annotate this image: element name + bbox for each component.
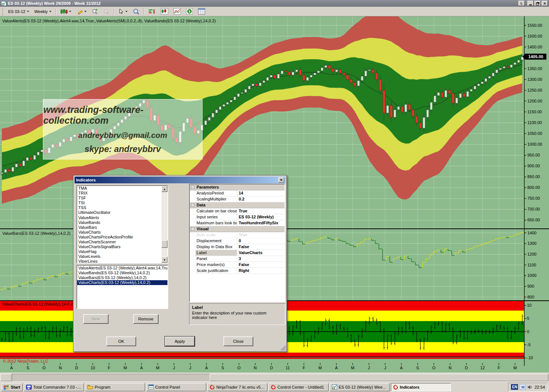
- chart-horizontal-scrollbar[interactable]: [0, 373, 549, 382]
- property-name[interactable]: Parameters: [195, 184, 285, 190]
- new-button[interactable]: New: [83, 314, 109, 324]
- property-row[interactable]: Scale justificationRight: [190, 268, 285, 274]
- property-row[interactable]: Price marker(s)False: [190, 262, 285, 268]
- property-name[interactable]: Label: [195, 250, 237, 256]
- property-value[interactable]: True: [237, 208, 285, 214]
- property-row[interactable]: Calculate on bar closeTrue: [190, 208, 285, 214]
- property-name[interactable]: Calculate on bar close: [195, 208, 237, 214]
- property-name[interactable]: ScalingMultiplier: [195, 196, 237, 202]
- minimize-button[interactable]: [527, 1, 534, 6]
- property-name[interactable]: AnalysisPeriod: [195, 190, 237, 196]
- property-row[interactable]: Displacement0: [190, 238, 285, 244]
- remove-button[interactable]: Remove: [133, 314, 159, 324]
- indicator-list-item[interactable]: ValueChartsScanner: [77, 240, 167, 244]
- indicator-list-item[interactable]: TSF: [77, 196, 167, 200]
- indicator-list-item[interactable]: ValueLevels: [77, 254, 167, 259]
- property-name[interactable]: Auto scale: [195, 232, 237, 238]
- close-dialog-button[interactable]: Close: [223, 336, 253, 346]
- property-category-row[interactable]: −Data: [190, 202, 285, 208]
- property-name[interactable]: Display in Data Box: [195, 244, 237, 250]
- property-row[interactable]: ScalingMultiplier0.2: [190, 196, 285, 202]
- property-value[interactable]: 0.2: [237, 196, 285, 202]
- configured-indicator-item[interactable]: ValueCharts(ES 03-12 (Weekly),14,0.2): [77, 280, 167, 285]
- property-row[interactable]: LabelValueCharts: [190, 250, 285, 256]
- restore-button[interactable]: [534, 1, 541, 6]
- window-titlebar[interactable]: ES 03-12 (Weekly) Week 29/2009 - Week 11…: [0, 0, 549, 7]
- collapse-icon[interactable]: −: [191, 227, 194, 231]
- indicator-list-item[interactable]: ValueFlag: [77, 249, 167, 254]
- indicator-list-item[interactable]: UltimateOscillator: [77, 210, 167, 215]
- instrument-selector[interactable]: ES 03-12: [6, 8, 32, 15]
- indicator-list-item[interactable]: ValueCharts: [77, 230, 167, 235]
- indicator-list-item[interactable]: TRIX: [77, 191, 167, 196]
- indicator-list-item[interactable]: ValueChartsSignalBars: [77, 244, 167, 249]
- zoom-in-button[interactable]: [89, 7, 101, 16]
- taskbar-button-program[interactable]: Program: [85, 383, 145, 391]
- line-chart-button[interactable]: [171, 7, 183, 16]
- property-row[interactable]: Input seriesES 03-12 (Weekly): [190, 214, 285, 220]
- property-value[interactable]: 3: [237, 256, 285, 262]
- chart-style-button[interactable]: [58, 7, 74, 16]
- start-button[interactable]: Start: [1, 383, 23, 391]
- cursor-tool-button[interactable]: [116, 7, 130, 16]
- configured-indicator-item[interactable]: ValueBands(ES 03-12 (Weekly),14,0.2): [77, 271, 167, 275]
- indicator-list-item[interactable]: TSI: [77, 200, 167, 205]
- dialog-close-button[interactable]: ✕: [278, 177, 284, 183]
- configured-indicators-list[interactable]: ValueAlerts(ES 03-12 (Weekly),Alert4.wav…: [76, 265, 168, 309]
- available-indicators-list[interactable]: TMATRIXTSFTSITSSUltimateOscillatorValueA…: [76, 185, 168, 263]
- property-category-row[interactable]: −Parameters: [190, 184, 285, 190]
- link-button[interactable]: L: [518, 1, 525, 6]
- indicators-dialog[interactable]: Indicators ✕ TMATRIXTSFTSITSSUltimateOsc…: [73, 175, 287, 352]
- data-box-button[interactable]: [130, 7, 142, 16]
- messenger-tray-icon[interactable]: M: [520, 384, 526, 390]
- zoom-out-button[interactable]: [101, 7, 112, 16]
- drawing-tools-button[interactable]: [74, 7, 89, 16]
- property-row[interactable]: Maximum bars look baTwoHundredFiftySix: [190, 220, 285, 226]
- property-name[interactable]: Data: [195, 202, 285, 208]
- chart-trader-button[interactable]: [158, 7, 171, 16]
- indicator-list-item[interactable]: TSS: [77, 205, 167, 210]
- language-indicator[interactable]: EN: [511, 384, 518, 390]
- property-value[interactable]: 0: [237, 238, 285, 244]
- scroll-up-button[interactable]: ▲: [161, 186, 167, 192]
- taskbar-button-control-center-untitled1[interactable]: Control Center - Untitled1: [269, 383, 329, 391]
- property-name[interactable]: Displacement: [195, 238, 237, 244]
- indicator-property-grid[interactable]: −ParametersAnalysisPeriod14ScalingMultip…: [189, 184, 285, 302]
- indicator-list-item[interactable]: TMA: [77, 186, 167, 191]
- indicator-list-item[interactable]: ValueBars: [77, 225, 167, 230]
- interval-selector[interactable]: Weekly: [32, 8, 54, 15]
- apply-button[interactable]: Apply: [165, 336, 195, 346]
- property-category-row[interactable]: −Visual: [190, 226, 285, 232]
- property-row[interactable]: Auto scaleTrue: [190, 232, 285, 238]
- list-scrollbar[interactable]: ▲ ▼: [161, 186, 167, 263]
- property-row[interactable]: Display in Data BoxFalse: [190, 244, 285, 250]
- ok-button[interactable]: OK: [106, 336, 136, 346]
- dialog-titlebar[interactable]: Indicators ✕: [75, 177, 286, 183]
- account-button[interactable]: $: [183, 7, 195, 16]
- taskbar-button-es-03-12-weekly-wee[interactable]: ES 03-12 (Weekly) Wee...: [330, 383, 390, 391]
- property-name[interactable]: Panel: [195, 256, 237, 262]
- property-name[interactable]: Input series: [195, 214, 237, 220]
- scroll-down-button[interactable]: ▼: [161, 257, 167, 263]
- property-row[interactable]: Panel3: [190, 256, 285, 262]
- scrollbar-thumb[interactable]: [210, 374, 548, 381]
- property-name[interactable]: Maximum bars look ba: [195, 220, 237, 226]
- data-grid-button[interactable]: [195, 7, 208, 16]
- taskbar-button-indicators[interactable]: Indicators: [391, 383, 451, 391]
- indicator-list-item[interactable]: ValueAlerts: [77, 215, 167, 220]
- close-button[interactable]: ×: [542, 1, 548, 6]
- collapse-icon[interactable]: −: [191, 186, 194, 189]
- property-value[interactable]: TwoHundredFiftySix: [237, 220, 285, 226]
- taskbar-button-total-commander-7-03[interactable]: Total Commander 7.03 - ...: [24, 383, 84, 391]
- property-value[interactable]: ES 03-12 (Weekly): [237, 214, 285, 220]
- property-name[interactable]: Visual: [195, 226, 285, 232]
- scrollbar-left-stub[interactable]: [0, 374, 12, 381]
- configured-indicator-item[interactable]: ValueAlerts(ES 03-12 (Weekly),Alert4.wav…: [77, 266, 167, 271]
- toolbar-drag-handle[interactable]: [2, 8, 4, 15]
- market-depth-button[interactable]: [146, 7, 158, 16]
- indicator-list-item[interactable]: ValueBands: [77, 220, 167, 225]
- property-name[interactable]: Scale justification: [195, 268, 237, 274]
- property-value[interactable]: False: [237, 244, 285, 250]
- indicator-list-item[interactable]: ValueChartsPriceActionProfile: [77, 235, 167, 240]
- collapse-icon[interactable]: −: [191, 203, 194, 207]
